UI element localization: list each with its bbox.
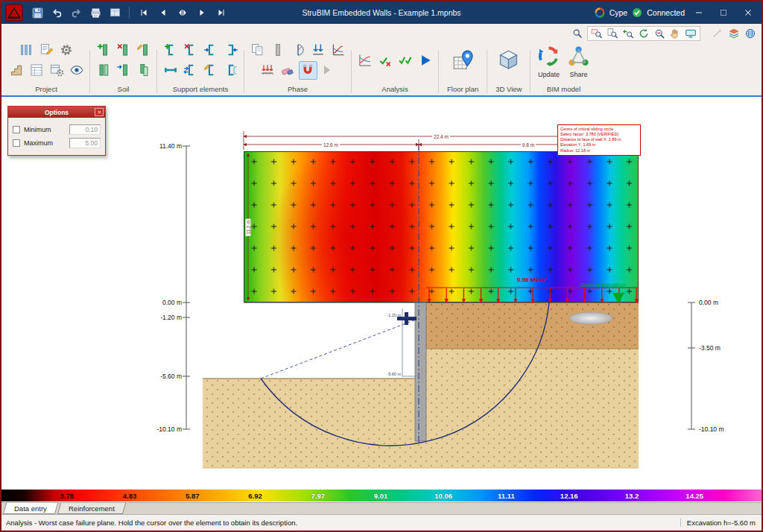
zoom-prev-icon[interactable] [621,27,636,40]
bim-update-icon[interactable] [534,42,563,70]
ribbon-group-label: Soil [94,83,153,95]
failure-plane-icon[interactable] [299,61,317,80]
soil-edit-icon[interactable] [134,41,153,60]
nav-current-button[interactable] [174,4,191,21]
project-edit-icon[interactable] [37,41,56,60]
elevation-label: 11.40 m [137,142,182,150]
support-copy-icon[interactable] [221,61,240,80]
brand-label[interactable]: Cype [610,8,628,17]
critical-sliding-circle [261,303,549,446]
titlebar: StruBIM Embedded Walls - Example 1.mpnbs… [1,1,762,24]
annotation-line: Radius: 12.18 m [560,148,638,153]
nav-first-button[interactable] [135,4,153,21]
maximum-checkbox[interactable] [13,139,20,147]
elevation-label: 0.00 m [137,299,182,306]
analysis-chart-icon[interactable] [355,51,374,69]
soil-new-icon[interactable] [94,41,113,60]
redo-button[interactable] [67,4,85,21]
bim-share-icon[interactable] [564,42,592,70]
zoom-page-icon[interactable] [605,27,620,40]
zoom-out-icon[interactable] [652,27,667,40]
analysis-verify-icon[interactable] [376,51,394,69]
colorbar-value: 11.11 [498,492,515,500]
project-options-icon[interactable] [47,61,66,80]
tab-reinforcement[interactable]: Reinforcement [57,503,126,514]
options-close-button[interactable] [95,108,104,116]
ribbon-group-divider [89,50,90,93]
nav-last-button[interactable] [212,4,230,21]
support-edit-icon[interactable] [201,61,220,80]
options-panel-titlebar[interactable]: Options [8,107,105,118]
pan-hand-icon[interactable] [668,27,683,40]
soil-wall-icon[interactable] [94,61,113,80]
ribbon-group-label: 3D View [491,83,526,95]
close-button[interactable] [738,4,759,21]
elevation-label: -3.50 m [699,344,721,352]
nav-next-button[interactable] [193,4,211,21]
view3d-cube-icon[interactable] [495,46,523,75]
support-delete-icon[interactable] [181,41,200,60]
colorbar-value: 5.87 [186,492,200,500]
app-window: StruBIM Embedded Walls - Example 1.mpnbs… [0,0,763,532]
settings-gear-icon[interactable] [57,41,76,60]
analysis-checks-icon[interactable] [396,51,414,69]
support-strut-icon[interactable] [161,61,180,80]
drawing-canvas[interactable]: 22.4 m 12.6 m 9.8 m 11.2 m 11.40 m 0.00 … [1,97,762,489]
connection-status: Connected [647,8,685,17]
zoom-window-icon[interactable] [589,27,604,40]
support-new-icon[interactable] [161,41,180,60]
project-list-icon[interactable] [27,61,45,80]
support-left-icon[interactable] [201,41,220,60]
soil-delete-icon[interactable] [114,41,133,60]
soil-move-icon[interactable] [114,61,133,80]
colorbar-value: 9.01 [374,492,388,500]
project-walls-icon[interactable] [17,41,36,60]
bim-share-caption: Share [569,71,587,78]
visibility-eye-icon[interactable] [67,61,86,80]
zoom-orbit-icon[interactable] [636,27,651,40]
app-icon[interactable] [4,4,24,22]
elevation-label: -1.20 m [137,314,182,321]
globe-icon[interactable] [743,27,758,40]
ribbon-group-divider [244,50,244,93]
bottom-tabstrip: Data entry Reinforcement [1,502,762,514]
phase-forward-icon[interactable] [319,61,338,80]
ribbon-group-divider [530,50,531,93]
nav-prev-button[interactable] [154,4,172,21]
zoom-toolbar [587,26,700,41]
dual-screen-icon[interactable] [683,27,698,40]
grid-plus-markers [244,152,638,302]
layers-icon[interactable] [726,27,741,40]
print-button[interactable] [86,4,104,21]
phase-arrows-icon[interactable] [308,41,327,60]
dim-right: 9.8 m [521,142,536,148]
minimum-value-field[interactable]: 0.10 [69,124,101,135]
phase-protractor-icon[interactable] [288,41,307,60]
tab-data-entry[interactable]: Data entry [3,503,58,514]
window-layout-button[interactable] [106,4,124,21]
maximum-value-field[interactable]: 5.00 [69,138,101,148]
minimum-checkbox[interactable] [13,126,20,133]
window-title: StruBIM Embedded Walls - Example 1.mpnbs [302,8,460,17]
project-section-icon[interactable] [7,61,25,80]
soil-feature-ellipse [569,312,612,324]
search-icon[interactable] [570,27,585,40]
floorplan-pin-icon[interactable] [449,46,477,75]
phase-copy-icon[interactable] [248,41,267,60]
maximize-button[interactable] [713,4,734,21]
phase-eraser-icon[interactable] [279,61,297,80]
annotation-line: Safety factor: 3.780 (VERIFIED) [560,132,638,137]
phase-wall-icon[interactable] [268,41,287,60]
save-button[interactable] [28,4,46,21]
phase-chart-icon[interactable] [329,41,347,60]
soil-copy-icon[interactable] [134,61,153,80]
minimum-label: Minimum [24,126,69,133]
support-right-icon[interactable] [221,41,240,60]
minimize-button[interactable] [688,4,709,21]
undo-button[interactable] [48,4,66,21]
support-move-icon[interactable] [181,61,200,80]
statusbar: Analysis - Worst case failure plane. Hol… [1,514,762,531]
draw-line-icon[interactable] [710,27,725,40]
analysis-play-icon[interactable] [416,51,434,69]
phase-loads-icon[interactable] [259,61,277,80]
